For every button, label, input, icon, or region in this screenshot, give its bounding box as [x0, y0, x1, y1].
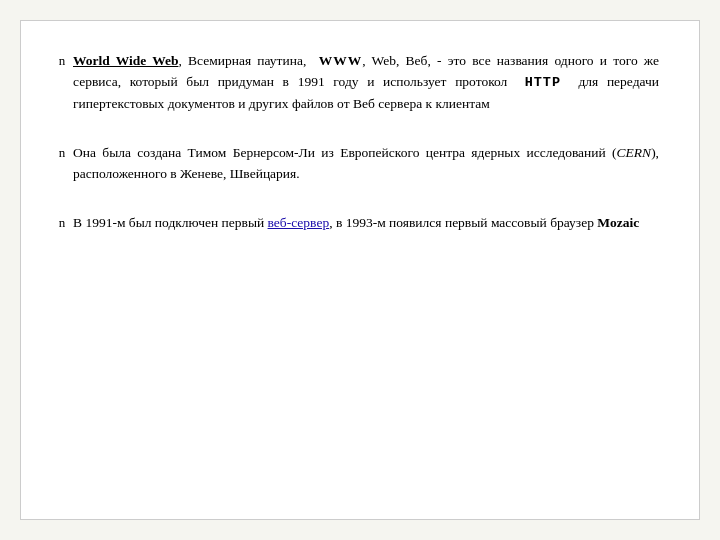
webserver-link[interactable]: веб-сервер — [268, 215, 330, 230]
bullet-text-1: World Wide Web, Всемирная паутина, WWW, … — [73, 51, 659, 115]
bullet-item-3: n В 1991-м был подключен первый веб-серв… — [51, 213, 659, 234]
bullet-item-1: n World Wide Web, Всемирная паутина, WWW… — [51, 51, 659, 115]
term-cern: CERN — [617, 145, 652, 160]
slide-container: n World Wide Web, Всемирная паутина, WWW… — [20, 20, 700, 520]
term-mozaic: Mozaic — [597, 215, 639, 230]
bullet-marker-2: n — [51, 145, 73, 161]
bullet-marker-1: n — [51, 53, 73, 69]
bullet-text-2: Она была создана Тимом Бернерсом-Ли из Е… — [73, 143, 659, 185]
bullet-marker-3: n — [51, 215, 73, 231]
term-world-wide-web: World Wide Web — [73, 53, 178, 68]
bullet-item-2: n Она была создана Тимом Бернерсом-Ли из… — [51, 143, 659, 185]
term-http: HTTP — [525, 75, 561, 90]
bullet-text-3: В 1991-м был подключен первый веб-сервер… — [73, 213, 659, 234]
term-www: WWW — [319, 53, 363, 68]
